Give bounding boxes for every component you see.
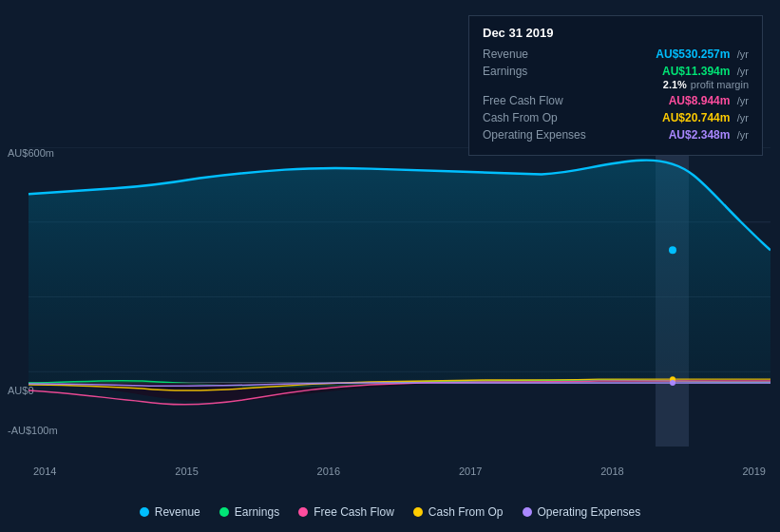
legend-label-opex: Operating Expenses (538, 505, 641, 519)
tooltip-value-cfo: AU$20.744m (662, 111, 730, 124)
tooltip-margin-pct: 2.1% (663, 79, 687, 90)
tooltip-unit-fcf: /yr (737, 95, 749, 106)
tooltip-unit-revenue: /yr (737, 48, 749, 60)
legend-dot-cfo (413, 507, 423, 517)
x-label-2019: 2019 (742, 466, 765, 477)
tooltip-row-fcf: Free Cash Flow AU$8.944m /yr (483, 94, 749, 107)
chart-legend: Revenue Earnings Free Cash Flow Cash Fro… (0, 505, 780, 519)
svg-point-10 (670, 380, 675, 386)
tooltip-title: Dec 31 2019 (483, 26, 749, 40)
legend-dot-earnings (219, 507, 229, 517)
tooltip-label-revenue: Revenue (483, 48, 597, 61)
data-tooltip: Dec 31 2019 Revenue AU$530.257m /yr Earn… (468, 15, 763, 156)
tooltip-unit-cfo: /yr (737, 112, 749, 124)
legend-dot-opex (523, 507, 532, 517)
tooltip-row-cfo: Cash From Op AU$20.744m /yr (483, 111, 749, 124)
x-label-2015: 2015 (175, 466, 198, 477)
tooltip-row-earnings: Earnings AU$11.394m /yr (483, 65, 749, 78)
tooltip-label-fcf: Free Cash Flow (483, 94, 597, 107)
x-label-2014: 2014 (33, 466, 56, 477)
chart-svg (29, 147, 770, 446)
legend-item-fcf[interactable]: Free Cash Flow (298, 505, 394, 519)
x-label-2018: 2018 (600, 466, 623, 477)
legend-label-revenue: Revenue (155, 505, 200, 519)
tooltip-row-revenue: Revenue AU$530.257m /yr (483, 48, 749, 61)
legend-item-earnings[interactable]: Earnings (219, 505, 279, 519)
x-axis: 2014 2015 2016 2017 2018 2019 (29, 466, 770, 477)
svg-point-6 (669, 246, 676, 254)
tooltip-unit-opex: /yr (737, 129, 749, 141)
tooltip-value-earnings: AU$11.394m (662, 65, 730, 78)
tooltip-margin-row: 2.1% profit margin (483, 79, 749, 90)
legend-dot-fcf (298, 507, 308, 517)
tooltip-label-cfo: Cash From Op (483, 111, 597, 124)
tooltip-value-fcf: AU$8.944m (669, 94, 731, 107)
legend-item-cfo[interactable]: Cash From Op (413, 505, 504, 519)
legend-label-earnings: Earnings (235, 505, 279, 519)
legend-item-opex[interactable]: Operating Expenses (523, 505, 641, 519)
tooltip-label-earnings: Earnings (483, 65, 597, 78)
legend-label-fcf: Free Cash Flow (314, 505, 394, 519)
tooltip-margin-label: profit margin (691, 79, 749, 90)
legend-dot-revenue (140, 507, 149, 517)
legend-item-revenue[interactable]: Revenue (140, 505, 200, 519)
x-label-2016: 2016 (317, 466, 340, 477)
tooltip-value-opex: AU$2.348m (669, 128, 731, 142)
tooltip-value-revenue: AU$530.257m (656, 48, 730, 61)
tooltip-unit-earnings: /yr (737, 66, 749, 77)
tooltip-label-opex: Operating Expenses (483, 128, 597, 142)
tooltip-row-opex: Operating Expenses AU$2.348m /yr (483, 128, 749, 142)
legend-label-cfo: Cash From Op (428, 505, 504, 519)
x-label-2017: 2017 (459, 466, 482, 477)
